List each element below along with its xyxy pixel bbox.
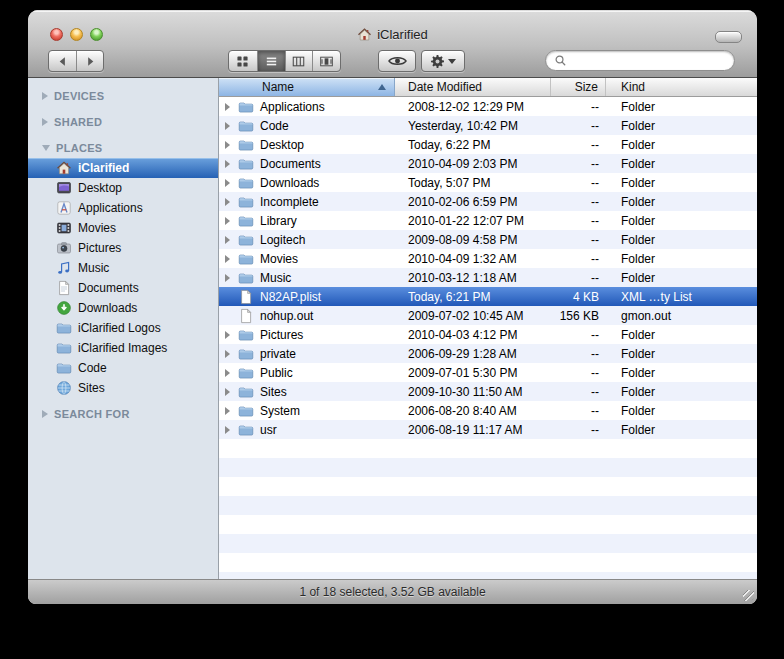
date-modified-cell: Today, 6:21 PM [395,290,551,304]
table-row-code[interactable]: CodeYesterday, 10:42 PM--Folder [219,116,757,135]
table-row-movies[interactable]: Movies2010-04-09 1:32 AM--Folder [219,249,757,268]
column-header-date-modified[interactable]: Date Modified [395,78,551,96]
size-cell: -- [551,195,606,209]
column-header-kind[interactable]: Kind [606,78,757,96]
eye-icon [388,55,407,67]
table-row-private[interactable]: private2006-09-29 1:28 AM--Folder [219,344,757,363]
disclosure-triangle-icon[interactable] [225,236,235,244]
disclosure-triangle-icon[interactable] [225,179,235,187]
table-row-nohup.out[interactable]: nohup.out2009-07-02 10:45 AM156 KBgmon.o… [219,306,757,325]
sidebar-item-iclarified-logos[interactable]: iClarified Logos [28,318,218,338]
search-input[interactable] [567,52,728,70]
column-header-name[interactable]: Name [219,78,395,96]
file-list[interactable]: Applications2008-12-02 12:29 PM--FolderC… [219,97,757,579]
view-mode-list-view-button[interactable] [257,51,285,71]
sidebar-item-label: Downloads [78,301,137,315]
back-button[interactable] [49,51,76,71]
column-header-size[interactable]: Size [551,78,606,96]
toolbar-toggle-button[interactable] [715,31,742,43]
quick-look-button[interactable] [378,50,416,72]
sidebar-section: PLACESiClarifiedDesktopApplicationsMovie… [28,138,218,398]
kind-cell: gmon.out [606,309,757,323]
sidebar-item-code[interactable]: Code [28,358,218,378]
sidebar-section-header-places[interactable]: PLACES [28,138,218,158]
table-row-n82ap.plist[interactable]: N82AP.plistToday, 6:21 PM4 KBXML …ty Lis… [219,287,757,306]
title-bar[interactable]: iClarified [28,10,757,46]
file-name: Library [260,214,297,228]
disclosure-triangle-icon[interactable] [225,122,235,130]
name-cell: Sites [219,384,395,400]
file-icon [238,289,254,305]
kind-cell: Folder [606,157,757,171]
page-title: iClarified [377,27,428,42]
kind-cell: Folder [606,214,757,228]
table-row-pictures[interactable]: Pictures2010-04-03 4:12 PM--Folder [219,325,757,344]
table-row-music[interactable]: Music2010-03-12 1:18 AM--Folder [219,268,757,287]
name-cell: private [219,346,395,362]
table-row-usr[interactable]: usr2006-08-19 11:17 AM--Folder [219,420,757,439]
disclosure-triangle-icon[interactable] [225,103,235,111]
folder-icon [238,118,254,134]
sidebar-section-header-shared[interactable]: SHARED [28,112,218,132]
sidebar-item-pictures[interactable]: Pictures [28,238,218,258]
music-icon [56,260,72,276]
kind-cell: Folder [606,252,757,266]
name-cell: Applications [219,99,395,115]
sidebar-item-downloads[interactable]: Downloads [28,298,218,318]
table-row-downloads[interactable]: DownloadsToday, 5:07 PM--Folder [219,173,757,192]
disclosure-triangle-icon[interactable] [225,198,235,206]
disclosure-triangle-icon[interactable] [225,407,235,415]
table-row-logitech[interactable]: Logitech2009-08-09 4:58 PM--Folder [219,230,757,249]
resize-grip[interactable] [743,590,754,601]
size-cell: -- [551,347,606,361]
size-cell: -- [551,423,606,437]
disclosure-triangle-icon[interactable] [225,369,235,377]
action-menu-button[interactable] [421,50,465,72]
disclosure-triangle-icon[interactable] [225,217,235,225]
table-row-incomplete[interactable]: Incomplete2010-02-06 6:59 PM--Folder [219,192,757,211]
disclosure-triangle-icon[interactable] [225,426,235,434]
name-cell: Pictures [219,327,395,343]
sidebar-item-movies[interactable]: Movies [28,218,218,238]
table-row-applications[interactable]: Applications2008-12-02 12:29 PM--Folder [219,97,757,116]
table-row-system[interactable]: System2006-08-20 8:40 AM--Folder [219,401,757,420]
navigation-buttons [48,50,104,72]
sidebar-section-header-devices[interactable]: DEVICES [28,86,218,106]
disclosure-triangle-icon[interactable] [225,331,235,339]
table-row-sites[interactable]: Sites2009-10-30 11:50 AM--Folder [219,382,757,401]
sidebar-item-sites[interactable]: Sites [28,378,218,398]
sidebar-item-music[interactable]: Music [28,258,218,278]
folder-icon [56,360,72,376]
column-header-label: Kind [621,80,645,94]
size-cell: -- [551,385,606,399]
view-mode-icon-view-button[interactable] [229,51,257,71]
disclosure-triangle-icon[interactable] [225,274,235,282]
disclosure-triangle-icon[interactable] [225,160,235,168]
sidebar-item-label: Sites [78,381,105,395]
sidebar-item-iclarified-images[interactable]: iClarified Images [28,338,218,358]
folder-icon [56,340,72,356]
table-row-public[interactable]: Public2009-07-01 5:30 PM--Folder [219,363,757,382]
sidebar-item-iclarified[interactable]: iClarified [28,158,218,178]
view-mode-coverflow-view-button[interactable] [312,51,340,71]
kind-cell: Folder [606,347,757,361]
size-cell: 156 KB [551,309,606,323]
folder-documents-icon [238,156,254,172]
disclosure-triangle-icon[interactable] [225,141,235,149]
disclosure-triangle-icon[interactable] [225,350,235,358]
view-mode-segmented-control [228,50,341,72]
sidebar-item-applications[interactable]: Applications [28,198,218,218]
date-modified-cell: 2010-03-12 1:18 AM [395,271,551,285]
disclosure-triangle-icon[interactable] [225,255,235,263]
table-row-documents[interactable]: Documents2010-04-09 2:03 PM--Folder [219,154,757,173]
sidebar-section-header-search-for[interactable]: SEARCH FOR [28,404,218,424]
table-row-desktop[interactable]: DesktopToday, 6:22 PM--Folder [219,135,757,154]
sidebar-item-documents[interactable]: Documents [28,278,218,298]
disclosure-triangle-icon[interactable] [225,388,235,396]
forward-button[interactable] [76,51,103,71]
home-icon [357,27,372,42]
sidebar-item-desktop[interactable]: Desktop [28,178,218,198]
table-row-library[interactable]: Library2010-01-22 12:07 PM--Folder [219,211,757,230]
kind-cell: Folder [606,385,757,399]
view-mode-column-view-button[interactable] [285,51,313,71]
